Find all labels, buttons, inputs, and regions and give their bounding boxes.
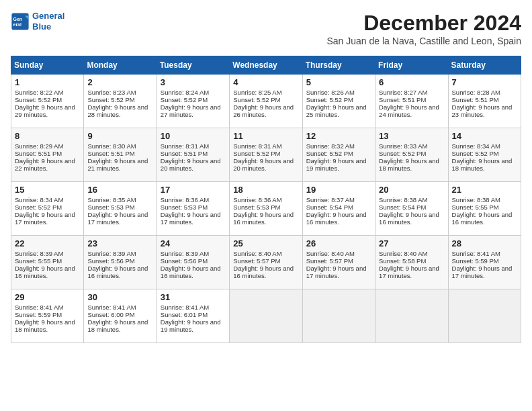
sunrise-text: Sunrise: 8:41 AM xyxy=(87,304,136,311)
day-number: 31 xyxy=(161,292,226,302)
sunset-text: Sunset: 5:52 PM xyxy=(15,96,62,103)
table-row: 22 Sunrise: 8:39 AM Sunset: 5:55 PM Dayl… xyxy=(11,236,84,289)
table-row xyxy=(448,289,521,343)
sunrise-text: Sunrise: 8:36 AM xyxy=(161,196,209,203)
table-row: 26 Sunrise: 8:40 AM Sunset: 5:57 PM Dayl… xyxy=(302,236,375,289)
table-row: 29 Sunrise: 8:41 AM Sunset: 5:59 PM Dayl… xyxy=(11,289,84,343)
sunrise-text: Sunrise: 8:35 AM xyxy=(87,196,136,203)
table-row: 5 Sunrise: 8:26 AM Sunset: 5:52 PM Dayli… xyxy=(302,75,375,128)
daylight-label: Daylight: 9 hours and 24 minutes. xyxy=(379,103,439,118)
title-block: December 2024 San Juan de la Nava, Casti… xyxy=(326,11,521,53)
daylight-label: Daylight: 9 hours and 18 minutes. xyxy=(379,157,439,172)
day-number: 7 xyxy=(452,77,517,87)
calendar-week-row: 22 Sunrise: 8:39 AM Sunset: 5:55 PM Dayl… xyxy=(11,236,521,289)
daylight-label: Daylight: 9 hours and 17 minutes. xyxy=(161,211,221,226)
day-number: 26 xyxy=(306,238,371,248)
day-number: 1 xyxy=(15,77,80,87)
daylight-label: Daylight: 9 hours and 16 minutes. xyxy=(306,211,367,226)
sunset-text: Sunset: 6:01 PM xyxy=(161,311,208,318)
month-title: December 2024 xyxy=(326,11,521,36)
table-row: 14 Sunrise: 8:34 AM Sunset: 5:52 PM Dayl… xyxy=(448,128,521,182)
logo-text: General Blue xyxy=(32,11,64,32)
col-monday: Monday xyxy=(84,56,157,75)
table-row: 30 Sunrise: 8:41 AM Sunset: 6:00 PM Dayl… xyxy=(84,289,157,343)
table-row: 9 Sunrise: 8:30 AM Sunset: 5:51 PM Dayli… xyxy=(84,128,157,182)
daylight-label: Daylight: 9 hours and 19 minutes. xyxy=(306,157,367,172)
sunset-text: Sunset: 5:56 PM xyxy=(161,257,208,265)
sunrise-text: Sunrise: 8:41 AM xyxy=(452,250,500,257)
sunset-text: Sunset: 5:54 PM xyxy=(379,203,426,211)
day-number: 20 xyxy=(379,185,444,195)
table-row: 10 Sunrise: 8:31 AM Sunset: 5:51 PM Dayl… xyxy=(157,128,229,182)
calendar-week-row: 1 Sunrise: 8:22 AM Sunset: 5:52 PM Dayli… xyxy=(11,75,521,128)
table-row: 25 Sunrise: 8:40 AM Sunset: 5:57 PM Dayl… xyxy=(230,236,302,289)
daylight-label: Daylight: 9 hours and 23 minutes. xyxy=(452,103,513,118)
sunrise-text: Sunrise: 8:38 AM xyxy=(379,196,427,203)
day-number: 6 xyxy=(379,77,444,87)
sunrise-text: Sunrise: 8:34 AM xyxy=(15,196,63,203)
sunset-text: Sunset: 5:52 PM xyxy=(87,96,134,103)
daylight-label: Daylight: 9 hours and 16 minutes. xyxy=(161,265,221,279)
day-number: 27 xyxy=(379,238,444,248)
header-row: Sunday Monday Tuesday Wednesday Thursday… xyxy=(11,56,521,75)
sunset-text: Sunset: 5:53 PM xyxy=(233,203,280,211)
sunrise-text: Sunrise: 8:28 AM xyxy=(452,89,500,96)
logo-line2: Blue xyxy=(32,21,51,32)
daylight-label: Daylight: 9 hours and 28 minutes. xyxy=(87,103,148,118)
day-number: 19 xyxy=(306,185,371,195)
sunset-text: Sunset: 5:52 PM xyxy=(452,150,499,157)
table-row: 8 Sunrise: 8:29 AM Sunset: 5:51 PM Dayli… xyxy=(11,128,84,182)
sunrise-text: Sunrise: 8:40 AM xyxy=(233,250,281,257)
sunrise-text: Sunrise: 8:37 AM xyxy=(306,196,355,203)
svg-text:eral: eral xyxy=(13,22,22,27)
day-number: 16 xyxy=(87,185,152,195)
sunrise-text: Sunrise: 8:41 AM xyxy=(15,304,63,311)
sunset-text: Sunset: 5:57 PM xyxy=(233,257,280,265)
daylight-label: Daylight: 9 hours and 18 minutes. xyxy=(15,318,75,333)
table-row xyxy=(302,289,375,343)
daylight-label: Daylight: 9 hours and 17 minutes. xyxy=(87,211,148,226)
sunrise-text: Sunrise: 8:31 AM xyxy=(233,142,281,150)
sunrise-text: Sunrise: 8:26 AM xyxy=(306,89,355,96)
daylight-label: Daylight: 9 hours and 21 minutes. xyxy=(87,157,148,172)
col-tuesday: Tuesday xyxy=(157,56,229,75)
sunset-text: Sunset: 5:57 PM xyxy=(306,257,353,265)
sunrise-text: Sunrise: 8:24 AM xyxy=(161,89,209,96)
daylight-label: Daylight: 9 hours and 20 minutes. xyxy=(233,157,294,172)
sunset-text: Sunset: 5:51 PM xyxy=(15,150,62,157)
calendar-week-row: 8 Sunrise: 8:29 AM Sunset: 5:51 PM Dayli… xyxy=(11,128,521,182)
table-row xyxy=(375,289,448,343)
table-row: 24 Sunrise: 8:39 AM Sunset: 5:56 PM Dayl… xyxy=(157,236,229,289)
day-number: 2 xyxy=(87,77,152,87)
table-row: 11 Sunrise: 8:31 AM Sunset: 5:52 PM Dayl… xyxy=(230,128,302,182)
daylight-label: Daylight: 9 hours and 16 minutes. xyxy=(233,211,294,226)
day-number: 23 xyxy=(87,238,152,248)
col-friday: Friday xyxy=(375,56,448,75)
daylight-label: Daylight: 9 hours and 26 minutes. xyxy=(233,103,294,118)
day-number: 8 xyxy=(15,131,80,141)
day-number: 10 xyxy=(161,131,226,141)
sunrise-text: Sunrise: 8:23 AM xyxy=(87,89,136,96)
sunset-text: Sunset: 5:56 PM xyxy=(87,257,134,265)
daylight-label: Daylight: 9 hours and 16 minutes. xyxy=(87,265,148,279)
table-row: 21 Sunrise: 8:38 AM Sunset: 5:55 PM Dayl… xyxy=(448,182,521,236)
table-row: 12 Sunrise: 8:32 AM Sunset: 5:52 PM Dayl… xyxy=(302,128,375,182)
table-row: 31 Sunrise: 8:41 AM Sunset: 6:01 PM Dayl… xyxy=(157,289,229,343)
col-saturday: Saturday xyxy=(448,56,521,75)
sunrise-text: Sunrise: 8:32 AM xyxy=(306,142,355,150)
sunset-text: Sunset: 5:58 PM xyxy=(379,257,426,265)
day-number: 3 xyxy=(161,77,226,87)
table-row: 28 Sunrise: 8:41 AM Sunset: 5:59 PM Dayl… xyxy=(448,236,521,289)
table-row: 6 Sunrise: 8:27 AM Sunset: 5:51 PM Dayli… xyxy=(375,75,448,128)
col-wednesday: Wednesday xyxy=(230,56,302,75)
svg-rect-0 xyxy=(11,13,28,30)
sunset-text: Sunset: 5:51 PM xyxy=(379,96,426,103)
sunset-text: Sunset: 5:55 PM xyxy=(452,203,499,211)
svg-text:Gen: Gen xyxy=(13,16,23,21)
daylight-label: Daylight: 9 hours and 17 minutes. xyxy=(306,265,367,279)
daylight-label: Daylight: 9 hours and 18 minutes. xyxy=(87,318,148,333)
daylight-label: Daylight: 9 hours and 17 minutes. xyxy=(379,265,439,279)
daylight-label: Daylight: 9 hours and 18 minutes. xyxy=(452,157,513,172)
table-row: 23 Sunrise: 8:39 AM Sunset: 5:56 PM Dayl… xyxy=(84,236,157,289)
table-row: 3 Sunrise: 8:24 AM Sunset: 5:52 PM Dayli… xyxy=(157,75,229,128)
